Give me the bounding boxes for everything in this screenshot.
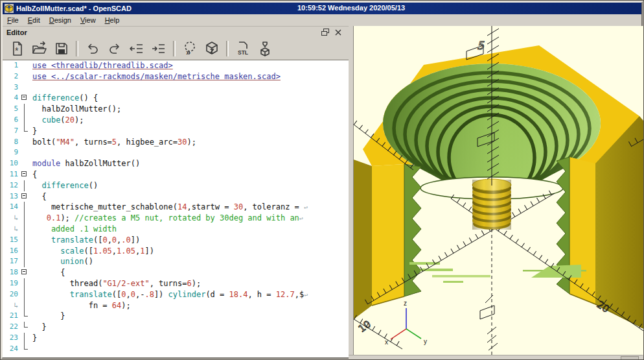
title-bar[interactable]: HalbZollMutter.scad* - OpenSCAD 10:59:52… [3,3,641,14]
save-button[interactable] [51,40,72,58]
fold-toggle-icon[interactable] [21,191,29,202]
code-line[interactable]: ↳ 0.1); //creates a M5 nut, rotated by 3… [3,213,349,224]
line-number: 18 [3,267,21,278]
fold-gutter [21,311,29,322]
resize-grip[interactable] [621,356,639,360]
undo-button[interactable] [82,40,103,58]
line-number: 10 [3,158,21,169]
code-text: use <threadlib/threadlib.scad> [29,60,173,71]
unindent-icon [128,41,145,56]
line-number: 15 [3,235,21,246]
fold-gutter [21,344,29,355]
code-text: translate([0,0,-.8]) cylinder(d = 18.4, … [29,289,308,300]
fold-gutter [21,60,29,71]
code-line[interactable]: 1use <threadlib/threadlib.scad> [3,60,349,71]
code-line[interactable]: 19 thread("G1/2-ext", turns=6); [3,278,349,289]
line-number: 22 [3,322,21,333]
fold-gutter [21,213,29,224]
line-number: 6 [3,115,21,126]
print3d-button[interactable] [255,40,275,58]
menu-bar: FileEditDesignViewHelp [3,14,641,27]
titlebar-clock: 10:59:52 Wednesday 2020/05/13 [297,4,405,12]
code-line[interactable]: 18 { [3,267,349,278]
render-button[interactable] [201,40,222,58]
new-button[interactable] [7,40,28,58]
code-line[interactable]: 8bolt("M4", turns=5, higbee_arc=30); [3,137,349,148]
line-number: 3 [3,82,21,93]
code-line[interactable]: 14 metrische_mutter_schablone(14,startw … [3,202,349,213]
menu-edit[interactable]: Edit [23,15,45,25]
code-line[interactable]: 17 union() [3,256,349,267]
3d-viewport[interactable]: 5 10 20 z x y [349,26,643,355]
code-text: fn = 64); [29,300,131,311]
code-text: } [29,322,47,333]
line-number: 2 [3,71,21,82]
fold-gutter [21,126,29,137]
code-line[interactable]: 20 translate([0,0,-.8]) cylinder(d = 18.… [3,289,349,300]
open-button[interactable] [29,40,50,58]
render-scene[interactable]: 5 10 20 z x y [353,26,643,355]
menu-file[interactable]: File [3,15,23,25]
unindent-button[interactable] [126,40,147,58]
line-number: 9 [3,147,21,158]
code-line[interactable]: 21 } [3,311,349,322]
fold-toggle-icon[interactable] [21,93,29,104]
code-line[interactable]: 24 [3,344,349,355]
openscad-window: HalbZollMutter.scad* - OpenSCAD 10:59:52… [0,0,644,360]
fold-gutter [21,300,29,311]
code-text: added .1 width [29,224,117,235]
code-line[interactable]: 5 halbZollMutter(); [3,104,349,115]
line-number: 5 [3,104,21,115]
app-icon [5,4,14,13]
fold-gutter [21,224,29,235]
fold-toggle-icon[interactable] [21,169,29,180]
line-number: 21 [3,311,21,322]
fold-gutter [21,147,29,158]
line-number: 20 [3,289,21,300]
menu-help[interactable]: Help [100,15,124,25]
code-line[interactable]: 7} [3,126,349,137]
indent-button[interactable] [148,40,169,58]
code-line[interactable]: 12 difference() [3,180,349,191]
viewport-bottom-bar [349,355,643,360]
code-line[interactable]: 6 cube(20); [3,115,349,126]
export-stl-button[interactable] [233,40,253,58]
render-icon [203,41,220,56]
code-text: thread("G1/2-ext", turns=6); [29,278,201,289]
code-line[interactable]: 15 translate([0,0,.0]) [3,235,349,246]
code-line[interactable]: 23} [3,333,349,344]
toolbar-separator [226,41,229,56]
code-line[interactable]: 10module halbZollMutter() [3,158,349,169]
wrap-marker: ↳ [3,213,21,224]
fold-gutter [21,256,29,267]
code-line[interactable]: 3 [3,82,349,93]
code-line[interactable]: ↳ added .1 width [3,224,349,235]
code-line[interactable]: 11{ [3,169,349,180]
redo-button[interactable] [104,40,125,58]
close-panel-icon[interactable] [334,29,342,36]
code-line[interactable]: 22 } [3,322,349,333]
code-text: difference() [29,180,98,191]
fold-gutter [21,235,29,246]
fold-toggle-icon[interactable] [21,267,29,278]
preview-button[interactable] [179,40,200,58]
code-line[interactable]: 13 { [3,191,349,202]
menu-design[interactable]: Design [45,15,76,25]
indent-icon [150,41,167,56]
code-line[interactable]: 2use <../scalar-rackmods/masken/metrisch… [3,71,349,82]
triad-z-label: z [404,300,407,307]
float-panel-button[interactable] [321,29,329,36]
fold-gutter [21,278,29,289]
code-line[interactable]: 9 [3,147,349,158]
line-number: 17 [3,256,21,267]
code-text: module halbZollMutter() [29,158,140,169]
save-icon [53,41,70,56]
menu-view[interactable]: View [76,15,100,25]
code-editor[interactable]: 1use <threadlib/threadlib.scad>2use <../… [3,60,349,357]
code-line[interactable]: 16 scale([1.05,1.05,1]) [3,246,349,257]
code-line[interactable]: 4difference() { [3,93,349,104]
fold-gutter [21,180,29,191]
redo-icon [106,41,123,56]
code-line[interactable]: ↳ fn = 64); [3,300,349,311]
line-number: 14 [3,202,21,213]
